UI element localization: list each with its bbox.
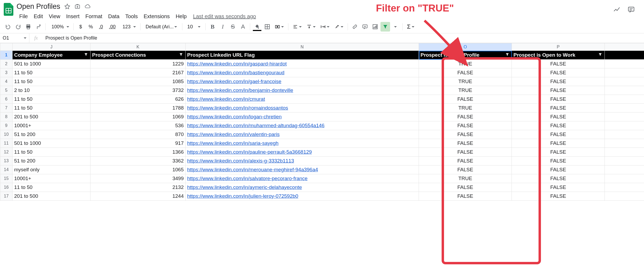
activity-icon[interactable]	[612, 5, 621, 14]
cell[interactable]: 11 to 50	[13, 148, 91, 157]
text-color-button[interactable]: A	[238, 22, 248, 32]
filter-icon[interactable]	[505, 52, 510, 57]
cell[interactable]: FALSE	[419, 113, 512, 121]
col-header-empty[interactable]	[605, 43, 644, 51]
row-header[interactable]: 11	[0, 139, 13, 148]
cell[interactable]: FALSE	[512, 165, 605, 174]
col-header-p[interactable]: P	[512, 43, 605, 51]
cell[interactable]	[605, 86, 644, 95]
cell[interactable]: https://www.linkedin.com/in/gaspard-hira…	[186, 60, 419, 68]
cell[interactable]	[605, 157, 644, 165]
cell[interactable]: https://www.linkedin.com/in/gael-francoi…	[186, 77, 419, 86]
last-edit-link[interactable]: Last edit was seconds ago	[193, 13, 256, 20]
cell[interactable]: 201 to 500	[13, 192, 91, 201]
cell[interactable]: 1788	[91, 104, 186, 113]
italic-button[interactable]: I	[218, 22, 227, 32]
row-header[interactable]: 7	[0, 104, 13, 113]
print-button[interactable]	[23, 22, 33, 32]
rotate-button[interactable]: A	[332, 22, 345, 32]
cell[interactable]: FALSE	[512, 148, 605, 157]
cell[interactable]: 1069	[91, 113, 186, 121]
cell[interactable]: 2167	[91, 68, 186, 77]
merge-button[interactable]	[273, 22, 286, 32]
filter-icon[interactable]	[179, 52, 184, 57]
cell[interactable]: FALSE	[512, 121, 605, 130]
cell[interactable]: FALSE	[419, 130, 512, 139]
percent-button[interactable]: %	[86, 22, 96, 32]
cell[interactable]: https://www.linkedin.com/in/valentin-par…	[186, 130, 419, 139]
cell[interactable]: https://www.linkedin.com/in/bastiengoura…	[186, 68, 419, 77]
cell[interactable]: FALSE	[512, 86, 605, 95]
cell[interactable]: TRUE	[419, 86, 512, 95]
linkedin-link[interactable]: https://www.linkedin.com/in/merouane-meg…	[187, 167, 318, 172]
linkedin-link[interactable]: https://www.linkedin.com/in/cmurat	[187, 96, 265, 102]
cell[interactable]: https://www.linkedin.com/in/benjamin-don…	[186, 86, 419, 95]
linkedin-link[interactable]: https://www.linkedin.com/in/alexis-g-333…	[187, 158, 294, 164]
row-header[interactable]: 6	[0, 95, 13, 104]
functions-button[interactable]: Σ	[405, 22, 417, 32]
row-header[interactable]: 4	[0, 77, 13, 86]
menu-help[interactable]: Help	[173, 12, 189, 21]
cell[interactable]: 1065	[91, 165, 186, 174]
cell[interactable]: https://www.linkedin.com/in/salvatore-pe…	[186, 174, 419, 183]
font-selector[interactable]: Default (Ari...	[143, 22, 180, 31]
cell[interactable]	[605, 148, 644, 157]
cell[interactable]: FALSE	[512, 192, 605, 201]
cell[interactable]: FALSE	[419, 121, 512, 130]
filter-button[interactable]	[380, 22, 390, 32]
fill-color-button[interactable]	[252, 22, 262, 32]
cell[interactable]: https://www.linkedin.com/in/muhammed-alt…	[186, 121, 419, 130]
filter-icon[interactable]	[84, 52, 89, 57]
cell[interactable]: 1229	[91, 60, 186, 68]
paint-format-button[interactable]	[34, 22, 43, 32]
cell[interactable]: FALSE	[512, 104, 605, 113]
cell[interactable]	[605, 192, 644, 201]
cell[interactable]: 10001+	[13, 174, 91, 183]
cell[interactable]	[605, 77, 644, 86]
strikethrough-button[interactable]: S	[228, 22, 238, 32]
cell[interactable]: https://www.linkedin.com/in/saria-sayegh	[186, 139, 419, 148]
currency-button[interactable]: $	[76, 22, 85, 32]
linkedin-link[interactable]: https://www.linkedin.com/in/pauline-perr…	[187, 149, 312, 155]
cell[interactable]: 3499	[91, 174, 186, 183]
cell[interactable]	[605, 183, 644, 192]
linkedin-link[interactable]: https://www.linkedin.com/in/aymeric-dela…	[187, 184, 302, 190]
undo-button[interactable]	[3, 22, 13, 32]
cell[interactable]: FALSE	[512, 60, 605, 68]
increase-decimal-button[interactable]: .00	[106, 22, 118, 32]
cell[interactable]: FALSE	[512, 157, 605, 165]
header-cell-o[interactable]: Prospect is Open Profile	[419, 51, 512, 60]
header-cell-j[interactable]: Company Employee	[13, 51, 91, 60]
move-icon[interactable]	[74, 3, 81, 10]
linkedin-link[interactable]: https://www.linkedin.com/in/logan-chreti…	[187, 114, 282, 119]
menu-insert[interactable]: Insert	[64, 12, 82, 21]
linkedin-link[interactable]: https://www.linkedin.com/in/bastiengoura…	[187, 70, 284, 75]
cell[interactable]	[605, 68, 644, 77]
cell[interactable]	[605, 174, 644, 183]
cell[interactable]: TRUE	[419, 104, 512, 113]
halign-button[interactable]	[290, 22, 304, 32]
header-cell-k[interactable]: Prospect Connections	[91, 51, 186, 60]
cell[interactable]: 11 to 50	[13, 77, 91, 86]
cell[interactable]	[605, 165, 644, 174]
sheets-logo[interactable]	[3, 2, 14, 17]
linkedin-link[interactable]: https://www.linkedin.com/in/romaindossan…	[187, 105, 288, 111]
cell[interactable]: 501 to 1000	[13, 139, 91, 148]
linkedin-link[interactable]: https://www.linkedin.com/in/saria-sayegh	[187, 140, 278, 146]
redo-button[interactable]	[13, 22, 23, 32]
valign-button[interactable]	[304, 22, 318, 32]
menu-data[interactable]: Data	[105, 12, 122, 21]
cell[interactable]: FALSE	[419, 165, 512, 174]
cell[interactable]: 3362	[91, 157, 186, 165]
cloud-status-icon[interactable]	[84, 3, 91, 10]
row-header[interactable]: 8	[0, 113, 13, 121]
row-header[interactable]: 2	[0, 60, 13, 68]
cell[interactable]: 2 to 10	[13, 86, 91, 95]
cell[interactable]: 201 to 500	[13, 113, 91, 121]
row-header[interactable]: 3	[0, 68, 13, 77]
cell[interactable]: 917	[91, 139, 186, 148]
link-button[interactable]	[350, 22, 360, 32]
row-header[interactable]: 12	[0, 148, 13, 157]
cell[interactable]	[605, 113, 644, 121]
linkedin-link[interactable]: https://www.linkedin.com/in/muhammed-alt…	[187, 123, 324, 128]
